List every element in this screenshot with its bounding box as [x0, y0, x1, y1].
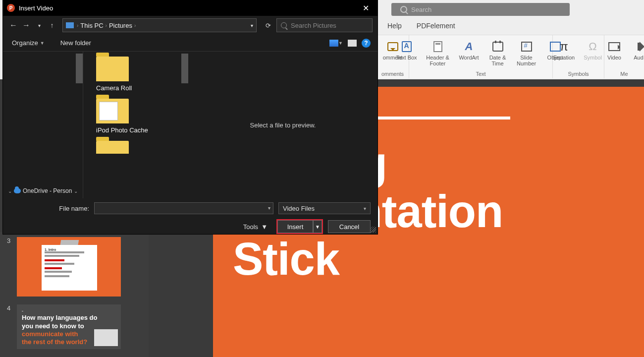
- filename-label: File name:: [10, 205, 89, 212]
- tab-pdfelement[interactable]: PDFelement: [416, 20, 456, 32]
- header-footer-icon: [433, 41, 442, 52]
- nav-forward-button[interactable]: →: [21, 19, 32, 31]
- equation-icon: π: [560, 40, 568, 53]
- preview-message: Select a file to preview.: [250, 121, 316, 129]
- organize-button[interactable]: Organize▼: [10, 38, 47, 48]
- nav-up-button[interactable]: ↑: [47, 19, 57, 31]
- ribbon-header-footer[interactable]: Header & Footer: [424, 37, 452, 78]
- dialog-search-placeholder: Search Pictures: [291, 22, 336, 29]
- tab-help[interactable]: Help: [386, 20, 403, 32]
- resize-grip[interactable]: [370, 227, 376, 233]
- chevron-down-icon: ⌄: [74, 188, 78, 194]
- ribbon-slidenumber[interactable]: Slide Number: [515, 37, 538, 78]
- tools-button[interactable]: Tools▼: [243, 223, 268, 231]
- tree-scrollbar[interactable]: [76, 54, 83, 83]
- ribbon-textbox[interactable]: Text Box: [395, 37, 419, 78]
- ribbon-groups: omment omments Text Box Header & Footer …: [376, 35, 644, 78]
- chevron-down-icon: ▾: [364, 206, 366, 211]
- ribbon-search[interactable]: Search: [391, 3, 570, 16]
- folder-camera-roll[interactable]: Camera Roll: [96, 57, 188, 92]
- help-button[interactable]: ?: [362, 39, 371, 48]
- folder-partial[interactable]: [96, 141, 188, 154]
- address-bar[interactable]: › This PC › Pictures › ▾: [62, 18, 257, 32]
- datetime-icon: [492, 42, 503, 52]
- nav-back-button[interactable]: ←: [8, 19, 19, 31]
- dialog-search[interactable]: Search Pictures: [276, 18, 373, 32]
- textbox-icon: [402, 41, 412, 52]
- folder-ipod-cache[interactable]: iPod Photo Cache: [96, 99, 188, 134]
- chevron-down-icon[interactable]: ▾: [268, 205, 270, 211]
- crumb-pictures[interactable]: Pictures: [107, 22, 134, 29]
- wordart-icon: A: [465, 41, 473, 53]
- ribbon-tabs: Help PDFelement: [386, 20, 456, 32]
- disk-icon: [66, 22, 74, 28]
- preview-pane: Select a file to preview.: [188, 52, 377, 198]
- path-history-chevron[interactable]: ▾: [251, 23, 253, 28]
- folder-icon: [96, 141, 129, 154]
- preview-pane-button[interactable]: [348, 40, 357, 47]
- group-text-label: Text: [476, 71, 485, 77]
- folder-icon: [96, 99, 129, 123]
- newfolder-button[interactable]: New folder: [58, 38, 93, 48]
- filetype-dropdown[interactable]: Video Files▾: [278, 202, 371, 214]
- thumb-3[interactable]: 1. Intro: [17, 237, 121, 297]
- group-media-label: Me: [620, 71, 628, 77]
- thumbnail-panel: 3 1. Intro 4 - How many languages do you…: [0, 232, 149, 357]
- symbol-icon: Ω: [589, 41, 596, 53]
- files-scrollbar[interactable]: [181, 54, 188, 83]
- insert-video-dialog: P Insert Video ✕ ← → ▾ ↑ › This PC › Pic…: [3, 0, 377, 234]
- crumb-thispc[interactable]: This PC: [78, 22, 105, 29]
- tree-onedrive[interactable]: ⌄ OneDrive - Person ⌄: [8, 187, 78, 194]
- nav-recent-button[interactable]: ▾: [34, 19, 45, 31]
- search-icon: [400, 6, 407, 13]
- folder-icon: [96, 57, 129, 81]
- thumb-4-number: 4: [7, 304, 13, 312]
- view-mode-chevron[interactable]: ▼: [338, 41, 343, 46]
- dialog-title: Insert Video: [19, 4, 356, 12]
- audio-icon: [638, 43, 640, 51]
- view-mode-button[interactable]: [329, 40, 338, 47]
- filename-input[interactable]: ▾: [94, 202, 273, 214]
- powerpoint-icon: P: [7, 4, 15, 12]
- insert-button[interactable]: Insert: [277, 220, 313, 233]
- ribbon-datetime[interactable]: Date & Time: [486, 37, 510, 78]
- ribbon-search-placeholder: Search: [411, 6, 431, 13]
- group-symbols-label: Symbols: [568, 71, 589, 77]
- dialog-close-button[interactable]: ✕: [356, 0, 376, 16]
- chevron-down-icon: ⌄: [8, 188, 12, 194]
- video-icon: [608, 42, 620, 51]
- search-icon: [281, 22, 287, 28]
- ribbon-audio[interactable]: Aud: [631, 37, 644, 78]
- onedrive-icon: [14, 188, 21, 193]
- insert-dropdown-button[interactable]: ▼: [313, 220, 322, 233]
- file-list[interactable]: Camera Roll iPod Photo Cache: [83, 52, 188, 198]
- cancel-button[interactable]: Cancel: [328, 220, 371, 233]
- dialog-titlebar: P Insert Video ✕: [3, 0, 377, 16]
- nav-tree[interactable]: ⌄ OneDrive - Person ⌄: [3, 52, 83, 198]
- slidenumber-icon: [521, 42, 532, 52]
- thumb-4[interactable]: - How many languages do you need to know…: [17, 304, 121, 349]
- refresh-button[interactable]: ⟳: [262, 22, 274, 29]
